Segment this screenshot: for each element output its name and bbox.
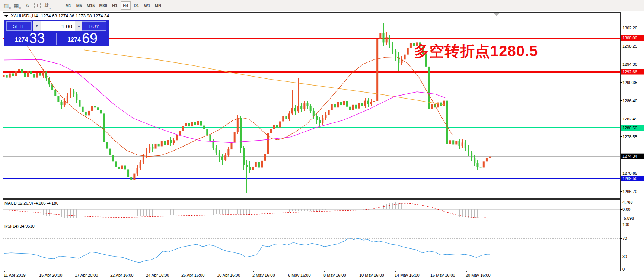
candle-body [118, 167, 120, 169]
one-click-trading-panel: SELL ▼ ▲ BUY 1274 33 1274 69 [4, 20, 109, 46]
candle-body [252, 167, 254, 170]
buy-button[interactable]: BUY [82, 21, 106, 31]
candle-body [173, 140, 175, 143]
tf-m30[interactable]: M30 [97, 1, 109, 10]
candle-body [64, 101, 66, 105]
candle-body [462, 142, 463, 146]
time-axis-label: 22 Apr 16:00 [110, 273, 133, 277]
candle-body [30, 71, 32, 74]
candle-body [164, 141, 166, 145]
candle-body [137, 168, 138, 174]
candle-body [346, 101, 348, 107]
candle-body [167, 140, 169, 145]
candle-body [27, 71, 29, 77]
candle-body [45, 72, 47, 78]
price-tick-label: 1302.20 [622, 26, 637, 30]
candle-body [407, 48, 409, 54]
candle-body [12, 73, 14, 76]
sell-price[interactable]: 1274 33 [4, 32, 56, 46]
candle-body [39, 73, 41, 76]
candle-body [437, 103, 439, 108]
text-a-icon[interactable]: A [22, 1, 32, 10]
candle-body [36, 73, 38, 78]
symbol-period: XAUUSD-,H4 [11, 13, 38, 19]
time-axis-label: 11 Apr 2019 [4, 273, 26, 277]
candle-body [468, 148, 469, 153]
candle-body [103, 113, 105, 142]
candle-body [392, 44, 393, 51]
time-axis-label: 2 May 16:00 [252, 273, 275, 277]
candle-body [383, 33, 385, 43]
channel-e-icon[interactable]: ▨E [2, 1, 12, 10]
volume-down-button[interactable]: ▼ [33, 21, 41, 31]
candle-body [176, 135, 178, 141]
candle-body [343, 101, 345, 105]
candle-body [155, 144, 157, 149]
candle-body [264, 154, 266, 160]
candle-body [459, 141, 460, 146]
candle-body [379, 33, 381, 39]
tf-h1[interactable]: H1 [110, 1, 120, 10]
time-axis-label: 14 May 16:00 [395, 273, 420, 277]
tf-d1[interactable]: D1 [131, 1, 141, 10]
candle-body [480, 167, 482, 167]
time-axis-label: 26 Apr 16:00 [181, 273, 204, 277]
text-label-t-icon[interactable]: T [32, 1, 42, 10]
candle-body [355, 105, 357, 109]
candle-body [42, 72, 44, 76]
price-tick-label: 1294.30 [622, 62, 637, 67]
timeframe-buttons: M1M5M15M30H1H4D1W1MN [63, 1, 163, 10]
candle-body [465, 142, 466, 148]
ohlc-values: 1274.63 1274.86 1273.98 1274.34 [41, 13, 109, 19]
candle-body [373, 101, 375, 102]
price-tick-label: 0 [622, 267, 625, 271]
candle-body [282, 116, 284, 122]
candle-body [94, 106, 96, 107]
collapse-icon[interactable] [4, 15, 8, 17]
candle-body [389, 37, 390, 45]
price-tick-label: 1270.65 [622, 171, 637, 176]
candle-body [61, 102, 63, 105]
candle-body [194, 122, 196, 125]
candle-body [483, 161, 485, 167]
candle-body [161, 141, 163, 147]
fibonacci-f-icon[interactable]: ▦F [12, 1, 22, 10]
candle-body [352, 105, 354, 110]
candle-body [227, 149, 229, 155]
candle-body [234, 132, 236, 143]
tf-w1[interactable]: W1 [142, 1, 152, 10]
arrows-icon[interactable]: ⇵▾ [42, 1, 52, 10]
candle-body [15, 71, 17, 76]
candle-body [340, 102, 342, 105]
toolbar-separator [57, 2, 58, 9]
candle-body [246, 165, 248, 167]
candle-body [325, 115, 326, 118]
time-axis-label: 10 May 16:00 [359, 273, 384, 277]
candle-body [449, 140, 451, 144]
candle-body [367, 101, 369, 104]
tf-mn[interactable]: MN [153, 1, 163, 10]
candle-body [474, 158, 475, 163]
buy-price[interactable]: 1274 69 [57, 32, 109, 46]
candle-body [300, 106, 302, 109]
buy-price-big: 69 [82, 32, 98, 45]
sell-button[interactable]: SELL [6, 21, 32, 31]
tf-m5[interactable]: M5 [74, 1, 84, 10]
time-axis-label: 15 Apr 20:00 [39, 273, 62, 277]
price-label-1300.00: 1300.00 [622, 36, 637, 40]
candle-body [85, 112, 87, 116]
candle-body [358, 103, 360, 109]
candle-body [476, 163, 478, 167]
tf-h4[interactable]: H4 [121, 1, 131, 10]
candle-body [79, 100, 81, 106]
candle-body [73, 91, 74, 94]
candle-body [191, 122, 193, 126]
candle-body [213, 141, 214, 148]
tf-m15[interactable]: M15 [85, 1, 96, 10]
candle-body [158, 144, 160, 146]
candle-body [33, 74, 35, 78]
tf-m1[interactable]: M1 [63, 1, 73, 10]
volume-input[interactable] [41, 21, 75, 31]
candle-body [285, 116, 287, 119]
candle-body [188, 123, 190, 126]
